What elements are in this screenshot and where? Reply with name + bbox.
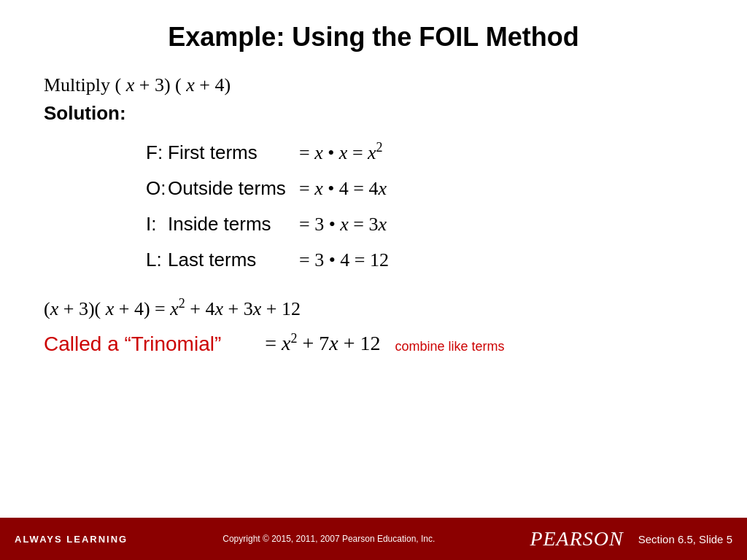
foil-term-inside: Inside terms	[168, 210, 299, 238]
foil-row-i: I: Inside terms = 3 • x = 3x	[146, 210, 703, 238]
page-title: Example: Using the FOIL Method	[44, 22, 703, 52]
foil-term-last: Last terms	[168, 246, 299, 274]
foil-letter-f: F:	[146, 139, 168, 167]
footer-copyright: Copyright © 2015, 2011, 2007 Pearson Edu…	[222, 534, 435, 544]
foil-eq-first: = x • x = x2	[299, 138, 383, 167]
main-content: Example: Using the FOIL Method Multiply …	[0, 0, 747, 518]
footer-right: PEARSON Section 6.5, Slide 5	[530, 527, 732, 551]
result-line: (x + 3)( x + 4) = x2 + 4x + 3x + 12	[44, 296, 703, 320]
foil-letter-l: L:	[146, 246, 168, 274]
pearson-logo: PEARSON	[530, 527, 623, 551]
footer: ALWAYS LEARNING Copyright © 2015, 2011, …	[0, 518, 747, 560]
foil-table: F: First terms = x • x = x2 O: Outside t…	[146, 138, 703, 274]
foil-eq-inside: = 3 • x = 3x	[299, 210, 387, 238]
foil-row-f: F: First terms = x • x = x2	[146, 138, 703, 167]
solution-label: Solution:	[44, 102, 703, 125]
foil-letter-o: O:	[146, 174, 168, 203]
combine-like-terms-label: combine like terms	[395, 339, 505, 354]
foil-eq-outside: = x • 4 = 4x	[299, 174, 387, 203]
footer-always-learning: ALWAYS LEARNING	[15, 534, 128, 545]
foil-term-outside: Outside terms	[168, 174, 299, 203]
trinomial-equation: = x2 + 7x + 12	[265, 331, 380, 355]
foil-letter-i: I:	[146, 210, 168, 238]
problem-statement: Multiply ( x + 3) ( x + 4)	[44, 74, 703, 96]
footer-section-slide: Section 6.5, Slide 5	[638, 533, 732, 545]
foil-term-first: First terms	[168, 139, 299, 167]
trinomial-line: Called a “Trinomial” = x2 + 7x + 12 comb…	[44, 331, 703, 355]
trinomial-called-label: Called a “Trinomial”	[44, 332, 221, 356]
foil-eq-last: = 3 • 4 = 12	[299, 246, 389, 274]
foil-row-o: O: Outside terms = x • 4 = 4x	[146, 174, 703, 203]
foil-row-l: L: Last terms = 3 • 4 = 12	[146, 246, 703, 274]
